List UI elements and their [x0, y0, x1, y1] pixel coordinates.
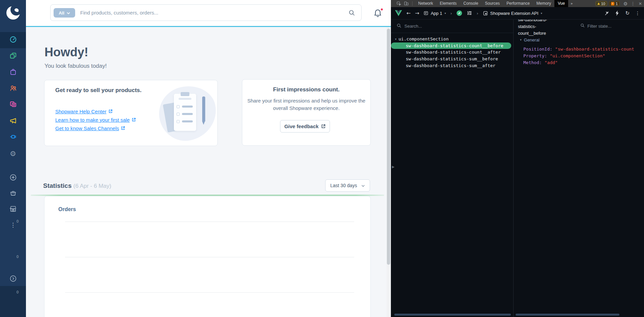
global-search-input[interactable]: [80, 5, 309, 20]
search-icon: [348, 9, 355, 18]
inspect-element-icon[interactable]: [395, 0, 402, 7]
tab-console[interactable]: Console: [460, 0, 482, 7]
state-filter-input[interactable]: [587, 24, 631, 29]
devtools-kebab-menu-icon[interactable]: ⋮: [629, 0, 637, 7]
top-header: All: [26, 0, 391, 26]
property-key: Property:: [523, 53, 547, 58]
notification-dot: [380, 8, 384, 11]
give-feedback-label: Give feedback: [284, 123, 319, 129]
tab-performance[interactable]: Performance: [503, 0, 533, 7]
general-section-header[interactable]: ▾ General: [514, 36, 644, 44]
tab-sources[interactable]: Sources: [482, 0, 503, 7]
sidebar-item-extensions[interactable]: [0, 129, 26, 145]
external-link-icon: [109, 109, 113, 113]
plus-circle-icon: [9, 173, 17, 183]
devtools-settings-gear-icon[interactable]: ⚙: [622, 0, 629, 7]
sidebar-item-basket[interactable]: [0, 185, 26, 202]
give-feedback-button[interactable]: Give feedback: [280, 120, 330, 133]
global-search-bar[interactable]: All: [50, 4, 362, 21]
sidebar-item-dashboard[interactable]: [0, 32, 26, 48]
tab-memory[interactable]: Memory: [533, 0, 554, 7]
devtools-tab-bar: Network Elements Console Sources Perform…: [391, 0, 644, 7]
y-axis-tick: 0: [10, 255, 19, 259]
devtools-close-icon[interactable]: ✕: [637, 0, 644, 7]
gridline: [65, 222, 354, 222]
sidebar-item-products[interactable]: [0, 64, 26, 81]
sidebar-item-customers[interactable]: [0, 81, 26, 97]
external-link-icon: [121, 126, 125, 130]
state-property-row[interactable]: Property:"ui.componentSection": [523, 53, 644, 59]
state-property-row[interactable]: PositionId:"sw-dashboard-statistics-coun…: [523, 46, 644, 53]
inspector-select-dropdown[interactable]: Shopware Extension API ▾: [483, 11, 542, 16]
app-window-icon: [424, 11, 428, 16]
sidebar-item-storefront[interactable]: [0, 201, 26, 218]
vue-inspector-tree-pane: ▾ ui.componentSection sw-dashboard-stati…: [391, 20, 513, 317]
storefront-icon: [9, 205, 17, 214]
history-back-icon[interactable]: ←: [406, 10, 411, 16]
sidebar-expand-button[interactable]: [0, 271, 26, 287]
notification-bell-button[interactable]: [373, 8, 384, 19]
vue-logo-icon: [395, 10, 402, 16]
period-select[interactable]: Last 30 days: [325, 179, 370, 192]
state-pane-hscrollbar-thumb[interactable]: [516, 314, 619, 316]
caret-down-icon: ▾: [395, 36, 397, 42]
component-section-tree: ▾ ui.componentSection sw-dashboard-stati…: [391, 33, 513, 69]
gridline: [65, 257, 354, 257]
pane-divider[interactable]: [513, 20, 514, 317]
refresh-icon[interactable]: ↻: [625, 10, 630, 16]
lightning-bolt-icon[interactable]: [615, 10, 619, 16]
sidebar-item-catalogues[interactable]: [0, 48, 26, 64]
gridline: [65, 292, 354, 293]
device-toolbar-icon[interactable]: [402, 0, 410, 7]
caret-down-icon: ▾: [520, 38, 522, 41]
page-subtitle: You look fabulous today!: [44, 63, 107, 69]
shopping-bag-icon: [9, 68, 17, 77]
warning-triangle-icon: ▲: [597, 2, 600, 5]
tree-node[interactable]: sw-dashboard-statistics-sum__before: [391, 56, 513, 62]
tab-elements[interactable]: Elements: [436, 0, 460, 7]
disable-select-icon[interactable]: [604, 11, 609, 16]
app-scrollbar-thumb[interactable]: [387, 29, 390, 265]
header-accent-line: [26, 26, 391, 27]
property-key: Method:: [523, 60, 542, 65]
shopware-logo[interactable]: [6, 5, 21, 20]
help-center-link[interactable]: Shopware Help Center: [55, 108, 113, 115]
sales-channels-link-label: Get to know Sales Channels: [55, 125, 119, 131]
issues-badge[interactable]: ! 1: [609, 1, 620, 6]
tree-pane-hscrollbar-thumb[interactable]: [394, 314, 511, 316]
tree-node[interactable]: sw-dashboard-statistics-count__after: [391, 49, 513, 56]
y-axis-tick: 0: [10, 290, 19, 294]
tree-search-input[interactable]: [404, 24, 472, 29]
statistics-heading: Statistics (6 Apr - 6 May): [43, 182, 111, 190]
components-inspector-icon[interactable]: [456, 10, 462, 16]
app-select-dropdown[interactable]: App 1 ▾: [424, 11, 446, 16]
warnings-badge[interactable]: ▲ 10: [595, 1, 607, 6]
tab-vue[interactable]: Vue: [554, 0, 568, 7]
statistics-title: Statistics: [43, 182, 71, 189]
sales-channels-link[interactable]: Get to know Sales Channels: [55, 125, 125, 132]
state-property-row[interactable]: Method:"add": [523, 59, 644, 66]
tree-root-node[interactable]: ▾ ui.componentSection: [391, 36, 513, 42]
feedback-card-body: Share your first impressions and help us…: [242, 98, 370, 104]
timeline-icon[interactable]: [467, 10, 472, 16]
tree-node-selected[interactable]: sw-dashboard-statistics-count__before: [391, 42, 511, 49]
search-scope-dropdown[interactable]: All: [54, 8, 75, 18]
feedback-card-title: First impressions count.: [242, 86, 370, 93]
sidebar-item-marketing[interactable]: [0, 113, 26, 129]
custom-inspector-icon: [483, 11, 488, 16]
first-sale-link[interactable]: Learn how to make your first sale: [55, 116, 136, 123]
clipboard-illustration: [159, 86, 216, 142]
sidebar-item-add-new[interactable]: [0, 170, 26, 186]
page-title: Howdy!: [44, 45, 88, 59]
vue-kebab-menu-icon[interactable]: ⋮: [635, 10, 640, 16]
more-tabs-icon[interactable]: »: [568, 1, 575, 6]
sidebar-item-settings[interactable]: ⚙: [0, 146, 26, 162]
panel-resize-handle-icon[interactable]: ▶: [392, 165, 395, 169]
tab-network[interactable]: Network: [415, 0, 436, 7]
sidebar-item-content[interactable]: [0, 97, 26, 113]
vue-state-pane: sw-dashboard- statistics- count__before …: [514, 20, 644, 317]
property-value: "sw-dashboard-statistics-count: [555, 47, 634, 52]
tree-node[interactable]: sw-dashboard-statistics-sum__after: [391, 62, 513, 69]
inspector-select-value: Shopware Extension API: [490, 11, 539, 16]
history-forward-icon[interactable]: →: [415, 10, 420, 16]
